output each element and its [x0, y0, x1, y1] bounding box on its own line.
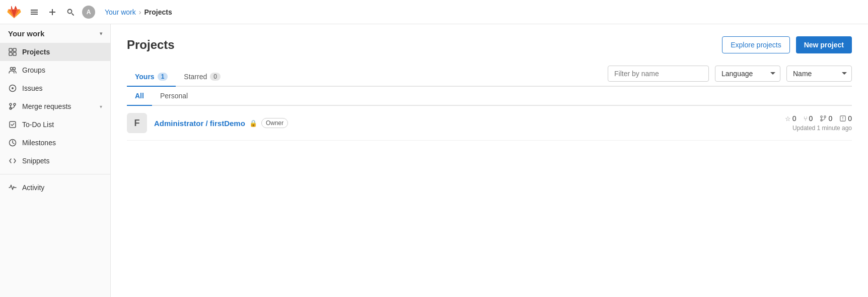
- project-avatar: F: [127, 113, 147, 133]
- sub-tab-personal-label: Personal: [160, 92, 188, 100]
- create-new-btn[interactable]: [44, 4, 60, 20]
- chevron-right-icon: ▾: [100, 104, 102, 109]
- tab-starred-count: 0: [210, 73, 221, 81]
- project-list: F Administrator / firstDemo 🔒 Owner ☆ 0: [127, 106, 852, 141]
- milestones-icon: [8, 138, 17, 147]
- fork-icon: ⑂: [804, 115, 808, 123]
- svg-point-3: [68, 9, 72, 13]
- new-project-button[interactable]: New project: [796, 36, 852, 53]
- sidebar-item-snippets[interactable]: Snippets: [0, 152, 110, 170]
- page-title: Projects: [127, 38, 175, 52]
- explore-projects-button[interactable]: Explore projects: [722, 36, 789, 53]
- forks-stat: ⑂ 0: [804, 114, 813, 123]
- svg-point-11: [12, 87, 14, 89]
- svg-point-21: [843, 120, 843, 120]
- tab-yours[interactable]: Yours 1: [127, 68, 176, 87]
- project-tabs: Yours 1 Starred 0: [127, 68, 229, 86]
- tab-yours-count: 1: [158, 73, 168, 81]
- svg-point-17: [821, 116, 823, 118]
- sidebar-item-groups[interactable]: Groups: [0, 61, 110, 79]
- filter-by-name-input[interactable]: [608, 66, 709, 82]
- sidebar-item-issues-label: Issues: [22, 84, 42, 92]
- svg-rect-7: [13, 52, 16, 55]
- issues-stat: 0: [839, 114, 852, 123]
- sub-tabs: All Personal: [127, 87, 852, 106]
- filters-row: Language Name: [608, 66, 852, 82]
- snippets-icon: [8, 156, 17, 165]
- forks-count: 0: [809, 114, 813, 123]
- breadcrumb: Your work › Projects: [105, 8, 172, 16]
- merge-requests-count: 0: [828, 114, 832, 123]
- project-stats-row: ☆ 0 ⑂ 0 0 0: [785, 114, 852, 123]
- project-stats-container: ☆ 0 ⑂ 0 0 0 Updated: [785, 114, 852, 132]
- sub-tab-all[interactable]: All: [127, 87, 152, 106]
- sidebar-item-projects[interactable]: Projects: [0, 43, 110, 61]
- activity-icon: [8, 183, 17, 192]
- project-namespace: Administrator /: [154, 119, 210, 128]
- language-filter-select[interactable]: Language: [715, 66, 780, 82]
- sidebar-section-header[interactable]: Your work ▾: [0, 24, 110, 43]
- sidebar-item-snippets-label: Snippets: [22, 157, 49, 165]
- svg-rect-2: [31, 14, 38, 15]
- sidebar-item-milestones[interactable]: Milestones: [0, 134, 110, 152]
- svg-rect-0: [31, 10, 38, 11]
- groups-icon: [8, 66, 17, 75]
- sub-tab-all-label: All: [135, 92, 144, 100]
- sidebar-item-todo[interactable]: To-Do List: [0, 115, 110, 134]
- main-content: Projects Explore projects New project Yo…: [111, 24, 868, 297]
- name-sort-select[interactable]: Name: [786, 66, 852, 82]
- sidebar-item-issues[interactable]: Issues: [0, 79, 110, 97]
- sidebar-divider: [0, 174, 110, 174]
- sidebar-item-groups-label: Groups: [22, 66, 45, 74]
- svg-point-12: [10, 103, 12, 105]
- search-btn[interactable]: [62, 4, 79, 20]
- project-info: Administrator / firstDemo 🔒 Owner: [154, 118, 778, 128]
- sidebar: Your work ▾ Projects Groups Issues Merge…: [0, 24, 111, 297]
- stars-count: 0: [792, 114, 797, 123]
- lock-icon: 🔒: [249, 120, 257, 127]
- avatar-btn[interactable]: A: [81, 4, 97, 20]
- star-icon: ☆: [785, 115, 791, 123]
- project-name-text: firstDemo: [210, 119, 245, 128]
- breadcrumb-current: Projects: [144, 8, 172, 16]
- sub-tab-personal[interactable]: Personal: [152, 87, 196, 106]
- tab-yours-label: Yours: [135, 73, 155, 81]
- issues-stat-icon: [839, 115, 846, 122]
- breadcrumb-separator: ›: [139, 8, 141, 16]
- sidebar-item-milestones-label: Milestones: [22, 139, 56, 147]
- sidebar-item-todo-label: To-Do List: [22, 121, 54, 129]
- svg-rect-1: [31, 12, 38, 13]
- issues-icon: [8, 84, 17, 93]
- projects-icon: [8, 47, 17, 56]
- sidebar-item-merge-requests-label: Merge requests: [22, 102, 71, 110]
- project-name: Administrator / firstDemo 🔒 Owner: [154, 118, 778, 128]
- project-link[interactable]: Administrator / firstDemo: [154, 119, 245, 128]
- owner-badge: Owner: [261, 118, 288, 128]
- stars-stat: ☆ 0: [785, 114, 797, 123]
- page-header-actions: Explore projects New project: [722, 36, 852, 53]
- sidebar-section-title: Your work: [8, 29, 44, 38]
- chevron-down-icon: ▾: [100, 31, 102, 36]
- project-updated-text: Updated 1 minute ago: [792, 125, 852, 132]
- breadcrumb-parent-link[interactable]: Your work: [105, 8, 136, 16]
- tab-starred[interactable]: Starred 0: [176, 68, 229, 87]
- logo[interactable]: [4, 2, 24, 22]
- sidebar-item-merge-requests[interactable]: Merge requests ▾: [0, 97, 110, 115]
- merge-requests-icon: [8, 102, 17, 111]
- issues-count: 0: [848, 114, 852, 123]
- tab-starred-label: Starred: [184, 73, 207, 81]
- sidebar-item-projects-label: Projects: [22, 48, 50, 56]
- project-item: F Administrator / firstDemo 🔒 Owner ☆ 0: [127, 106, 852, 141]
- sidebar-item-activity[interactable]: Activity: [0, 179, 110, 197]
- svg-rect-5: [13, 48, 16, 51]
- merge-requests-stat-icon: [820, 115, 827, 122]
- page-header: Projects Explore projects New project: [127, 36, 852, 53]
- sidebar-toggle-btn[interactable]: [26, 4, 42, 20]
- svg-rect-6: [9, 52, 12, 55]
- merge-requests-stat: 0: [820, 114, 832, 123]
- sidebar-item-activity-label: Activity: [22, 184, 44, 192]
- todo-icon: [8, 120, 17, 129]
- svg-point-9: [13, 68, 16, 70]
- top-bar: A Your work › Projects: [0, 0, 868, 24]
- svg-rect-4: [9, 48, 12, 51]
